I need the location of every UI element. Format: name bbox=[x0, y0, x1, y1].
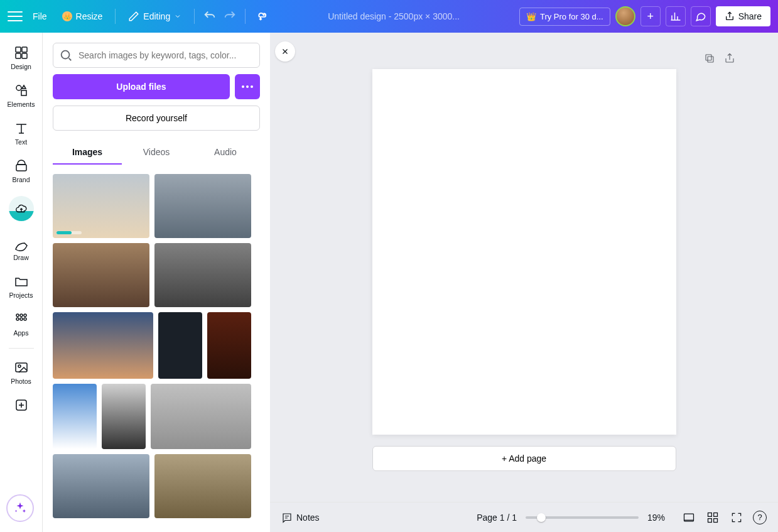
rail-projects[interactable]: Projects bbox=[3, 269, 40, 304]
image-thumb[interactable] bbox=[53, 174, 149, 238]
resize-label: Resize bbox=[76, 11, 103, 21]
editing-label: Editing bbox=[143, 11, 170, 21]
svg-rect-5 bbox=[21, 90, 26, 95]
photos-icon bbox=[14, 360, 29, 375]
rail-label: Projects bbox=[9, 291, 33, 299]
canvas-scroll[interactable]: + Add page bbox=[270, 33, 778, 502]
image-thumb[interactable] bbox=[154, 454, 251, 518]
redo-button[interactable] bbox=[222, 9, 237, 24]
rail-uploads[interactable] bbox=[3, 191, 40, 229]
rail-apps[interactable]: Apps bbox=[3, 307, 40, 342]
svg-rect-25 bbox=[708, 518, 712, 522]
image-thumb[interactable] bbox=[154, 174, 251, 238]
zoom-slider-thumb[interactable] bbox=[537, 513, 546, 522]
rail-label: Draw bbox=[13, 254, 29, 261]
svg-point-8 bbox=[20, 314, 23, 317]
fullscreen-button[interactable] bbox=[729, 510, 744, 525]
page-view-button[interactable] bbox=[681, 510, 696, 525]
close-icon bbox=[281, 47, 289, 56]
rail-add-more[interactable] bbox=[3, 393, 40, 418]
svg-rect-1 bbox=[22, 47, 27, 52]
image-thumb[interactable] bbox=[158, 312, 202, 379]
rail-divider bbox=[9, 348, 34, 349]
document-title[interactable]: Untitled design - 2500px × 3000... bbox=[328, 11, 460, 21]
editing-mode-button[interactable]: Editing bbox=[123, 7, 186, 26]
notes-button[interactable]: Notes bbox=[281, 512, 320, 523]
rail-label: Text bbox=[15, 138, 27, 146]
panel-tabs: Images Videos Audio bbox=[53, 141, 260, 165]
try-pro-button[interactable]: 👑 Try Pro for 30 d... bbox=[519, 8, 610, 26]
svg-rect-0 bbox=[16, 47, 21, 52]
left-nav-rail: Design Elements Text Brand Draw Projects bbox=[0, 33, 43, 532]
projects-icon bbox=[14, 274, 29, 289]
share-label: Share bbox=[738, 11, 762, 21]
zoom-percentage[interactable]: 19% bbox=[647, 513, 673, 523]
grid-view-button[interactable] bbox=[705, 510, 720, 525]
image-thumb[interactable] bbox=[53, 454, 149, 518]
rail-draw[interactable]: Draw bbox=[3, 231, 40, 266]
rail-design[interactable]: Design bbox=[3, 40, 40, 75]
image-thumb[interactable] bbox=[151, 384, 251, 449]
rail-elements[interactable]: Elements bbox=[3, 78, 40, 113]
upload-more-button[interactable] bbox=[235, 74, 260, 99]
uploads-cloud-icon bbox=[9, 196, 34, 221]
comment-button[interactable] bbox=[691, 6, 711, 26]
svg-point-17 bbox=[242, 85, 244, 88]
resize-button[interactable]: 👑 Resize bbox=[57, 8, 108, 25]
notes-label: Notes bbox=[296, 513, 320, 523]
svg-rect-2 bbox=[16, 53, 21, 58]
analytics-button[interactable] bbox=[666, 6, 686, 26]
close-panel-button[interactable] bbox=[275, 41, 295, 62]
tab-images[interactable]: Images bbox=[53, 141, 122, 165]
svg-rect-24 bbox=[714, 513, 718, 516]
notes-icon bbox=[281, 512, 293, 523]
image-thumb[interactable] bbox=[154, 243, 251, 307]
search-wrapper bbox=[53, 43, 260, 68]
zoom-slider[interactable] bbox=[526, 516, 639, 519]
add-page-button[interactable]: + Add page bbox=[372, 446, 676, 471]
help-button[interactable]: ? bbox=[753, 511, 767, 524]
undo-button[interactable] bbox=[202, 9, 217, 24]
chevron-down-icon bbox=[174, 13, 181, 20]
svg-point-12 bbox=[24, 318, 26, 320]
rail-brand[interactable]: Brand bbox=[3, 153, 40, 188]
text-icon bbox=[14, 121, 29, 136]
image-grid[interactable] bbox=[53, 174, 260, 522]
top-header: File 👑 Resize Editing Untitled design - … bbox=[0, 0, 778, 33]
magic-sparkle-button[interactable] bbox=[6, 494, 34, 522]
image-thumb[interactable] bbox=[53, 384, 97, 449]
duplicate-page-button[interactable] bbox=[703, 52, 716, 65]
brand-icon bbox=[14, 158, 29, 173]
pencil-icon bbox=[128, 11, 139, 22]
crown-icon: 👑 bbox=[526, 12, 536, 21]
tab-videos[interactable]: Videos bbox=[122, 141, 191, 165]
image-thumb[interactable] bbox=[207, 312, 251, 379]
export-page-button[interactable] bbox=[723, 52, 737, 65]
cloud-sync-icon[interactable] bbox=[253, 9, 268, 24]
image-thumb[interactable] bbox=[53, 243, 149, 307]
image-thumb[interactable] bbox=[53, 312, 153, 379]
svg-rect-26 bbox=[714, 518, 718, 522]
rail-text[interactable]: Text bbox=[3, 116, 40, 151]
draw-icon bbox=[14, 236, 29, 251]
crown-icon: 👑 bbox=[62, 11, 72, 21]
svg-point-10 bbox=[16, 318, 19, 320]
rail-label: Elements bbox=[8, 100, 35, 108]
user-avatar[interactable] bbox=[615, 6, 635, 26]
canvas-page[interactable] bbox=[372, 69, 676, 435]
tab-audio[interactable]: Audio bbox=[191, 141, 260, 165]
search-input[interactable] bbox=[53, 43, 260, 68]
rail-photos[interactable]: Photos bbox=[3, 355, 40, 390]
record-yourself-button[interactable]: Record yourself bbox=[53, 106, 260, 131]
elements-icon bbox=[14, 83, 29, 98]
plus-square-icon bbox=[14, 398, 29, 413]
svg-rect-21 bbox=[706, 55, 711, 60]
share-button[interactable]: Share bbox=[716, 6, 770, 26]
rail-label: Design bbox=[11, 63, 31, 70]
image-thumb[interactable] bbox=[102, 384, 146, 449]
hamburger-menu-icon[interactable] bbox=[8, 9, 23, 24]
file-menu-button[interactable]: File bbox=[28, 8, 52, 25]
add-collaborator-button[interactable]: + bbox=[640, 6, 661, 26]
upload-files-button[interactable]: Upload files bbox=[53, 74, 230, 99]
try-pro-label: Try Pro for 30 d... bbox=[540, 12, 603, 21]
